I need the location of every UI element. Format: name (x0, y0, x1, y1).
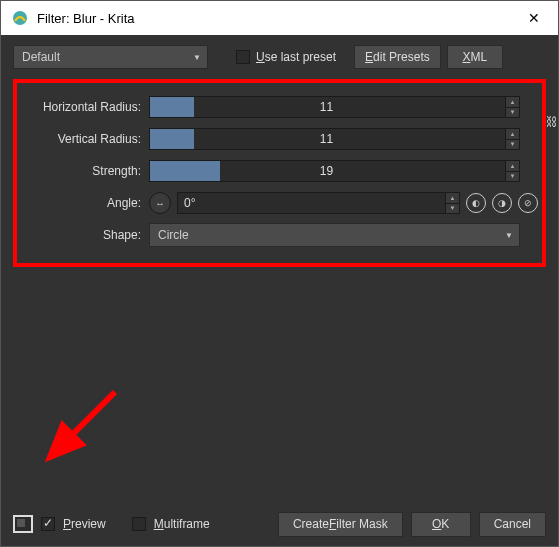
app-icon (11, 9, 29, 27)
parameters-group: Horizontal Radius: 11 ▲▼ ⛓ Vertical Radi… (13, 79, 546, 267)
dialog-body (1, 271, 558, 502)
bottom-bar: Preview Multiframe Create Filter Mask OK… (1, 502, 558, 546)
multiframe-label[interactable]: Multiframe (154, 517, 210, 531)
strength-spin[interactable]: ▲▼ (505, 161, 519, 181)
vradius-slider[interactable]: 11 ▲▼ (149, 128, 520, 150)
link-radii-icon[interactable]: ⛓ (546, 115, 558, 129)
angle-reset-icon[interactable]: ⊘ (518, 193, 538, 213)
angle-value: 0° (184, 196, 195, 210)
filter-dialog: Filter: Blur - Krita ✕ Default Use last … (0, 0, 559, 547)
cancel-button[interactable]: Cancel (479, 512, 546, 537)
create-filter-mask-button[interactable]: Create Filter Mask (278, 512, 403, 537)
multiframe-checkbox[interactable] (132, 517, 146, 531)
svg-line-1 (49, 392, 115, 458)
angle-flip-v-icon[interactable]: ◑ (492, 193, 512, 213)
xml-button[interactable]: XML (447, 45, 503, 69)
edit-presets-button[interactable]: Edit Presets (354, 45, 441, 69)
angle-label: Angle: (21, 196, 149, 210)
titlebar: Filter: Blur - Krita ✕ (1, 1, 558, 35)
vradius-value: 11 (150, 129, 503, 149)
shape-label: Shape: (21, 228, 149, 242)
preview-label[interactable]: Preview (63, 517, 106, 531)
preview-checkbox[interactable] (41, 517, 55, 531)
use-last-preset-checkbox[interactable] (236, 50, 250, 64)
shape-dropdown[interactable]: Circle (149, 223, 520, 247)
strength-label: Strength: (21, 164, 149, 178)
preview-thumbnail-icon[interactable] (13, 515, 33, 533)
strength-value: 19 (150, 161, 503, 181)
use-last-preset-label[interactable]: Use last preset (256, 50, 336, 64)
annotation-arrow-icon (35, 382, 125, 472)
strength-slider[interactable]: 19 ▲▼ (149, 160, 520, 182)
angle-input[interactable]: 0° ▲▼ (177, 192, 460, 214)
hradius-slider[interactable]: 11 ▲▼ (149, 96, 520, 118)
window-title: Filter: Blur - Krita (37, 11, 514, 26)
hradius-spin[interactable]: ▲▼ (505, 97, 519, 117)
vradius-spin[interactable]: ▲▼ (505, 129, 519, 149)
preset-label: Default (22, 50, 60, 64)
ok-button[interactable]: OK (411, 512, 471, 537)
shape-value: Circle (158, 228, 189, 242)
preset-row: Default Use last preset Edit Presets XML (1, 35, 558, 75)
preset-dropdown[interactable]: Default (13, 45, 208, 69)
close-button[interactable]: ✕ (514, 3, 554, 33)
angle-spin[interactable]: ▲▼ (445, 193, 459, 213)
hradius-value: 11 (150, 97, 503, 117)
angle-dial[interactable]: ↔ (149, 192, 171, 214)
hradius-label: Horizontal Radius: (21, 100, 149, 114)
angle-flip-h-icon[interactable]: ◐ (466, 193, 486, 213)
vradius-label: Vertical Radius: (21, 132, 149, 146)
